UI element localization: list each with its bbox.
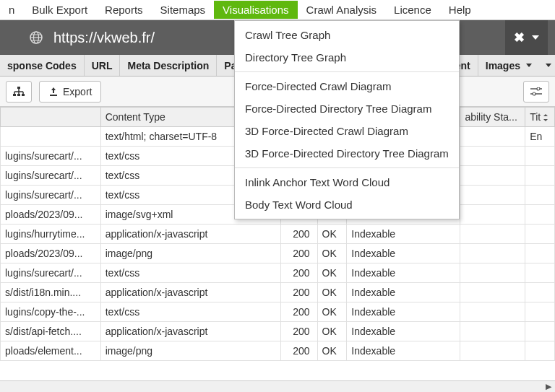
urlbar-actions: ✖ (505, 20, 548, 55)
cell-tit (525, 147, 555, 166)
svg-point-18 (533, 92, 535, 95)
cell-tit (525, 225, 555, 244)
cell-tit (525, 341, 555, 361)
table-row[interactable]: ploads/2023/09...image/png200OKIndexable (1, 244, 555, 263)
svg-rect-7 (17, 94, 20, 96)
cell-status: OK (317, 283, 347, 302)
column-header[interactable]: Tit (525, 108, 555, 127)
table-row[interactable]: lugins/hurrytime...application/x-javascr… (1, 225, 555, 244)
cell-addr (1, 127, 101, 147)
cell-addr: s/dist/i18n.min.... (1, 283, 101, 302)
menu-item-crawl-tree-graph[interactable]: Crawl Tree Graph (235, 24, 459, 46)
cell-ista (460, 263, 525, 283)
svg-rect-6 (13, 94, 16, 96)
cell-ct: application/x-javascript (100, 322, 280, 341)
menu-n[interactable]: n (0, 1, 23, 19)
menu-item-force-directed-crawl-diagram[interactable]: Force-Directed Crawl Diagram (235, 75, 459, 97)
cell-addr: lugins/surecart/... (1, 147, 101, 166)
export-button[interactable]: Export (39, 81, 101, 103)
cell-status: OK (317, 263, 347, 283)
svg-rect-14 (50, 95, 57, 96)
tab-images[interactable]: Images (478, 55, 539, 76)
svg-rect-5 (17, 87, 20, 89)
menu-licence[interactable]: Licence (385, 1, 440, 19)
cell-ista (460, 244, 525, 263)
menu-item-body-text-word-cloud[interactable]: Body Text Word Cloud (235, 193, 459, 216)
cell-idx: Indexable (347, 341, 460, 361)
menu-separator (235, 167, 459, 168)
cell-addr: s/dist/api-fetch.... (1, 322, 101, 341)
cell-status: OK (317, 341, 347, 361)
cell-ista (460, 205, 525, 225)
cell-ista (460, 283, 525, 302)
cell-status: OK (317, 225, 347, 244)
tab-url[interactable]: URL (85, 55, 121, 76)
cell-addr: lugins/surecart/... (1, 166, 101, 186)
menu-bulk-export[interactable]: Bulk Export (23, 1, 96, 19)
table-row[interactable]: s/dist/api-fetch....application/x-javasc… (1, 322, 555, 341)
menu-sitemaps[interactable]: Sitemaps (152, 1, 215, 19)
cell-status: OK (317, 302, 347, 322)
cell-tit (525, 283, 555, 302)
tabs-overflow[interactable] (539, 55, 555, 76)
menu-reports[interactable]: Reports (96, 1, 152, 19)
cell-ct: text/css (100, 302, 280, 322)
menu-item-3d-force-directed-directory-tree-diagram[interactable]: 3D Force-Directed Directory Tree Diagram (235, 142, 459, 165)
menu-item-inlink-anchor-text-word-cloud[interactable]: Inlink Anchor Text Word Cloud (235, 171, 459, 193)
cell-ct: text/css (100, 263, 280, 283)
cell-tit (525, 244, 555, 263)
menu-help[interactable]: Help (440, 1, 480, 19)
table-row[interactable]: lugins/surecart/...text/css200OKIndexabl… (1, 263, 555, 283)
column-header[interactable] (1, 108, 101, 127)
table-row[interactable]: ploads/element...image/png200OKIndexable (1, 341, 555, 361)
cell-addr: ploads/2023/09... (1, 244, 101, 263)
close-icon[interactable]: ✖ (514, 30, 525, 45)
cell-code: 200 (280, 283, 317, 302)
horizontal-scrollbar[interactable]: ▶ (0, 380, 555, 392)
export-label: Export (63, 86, 92, 97)
cell-idx: Indexable (347, 322, 460, 341)
cell-idx: Indexable (347, 263, 460, 283)
tab-sponse-codes[interactable]: sponse Codes (0, 55, 85, 76)
dropdown-caret-icon[interactable] (532, 35, 539, 40)
menu-crawl-analysis[interactable]: Crawl Analysis (298, 1, 386, 19)
cell-code: 200 (280, 263, 317, 283)
cell-addr: ploads/2023/09... (1, 205, 101, 225)
table-row[interactable]: lugins/copy-the-...text/css200OKIndexabl… (1, 302, 555, 322)
cell-ista (460, 186, 525, 205)
scroll-right-icon[interactable]: ▶ (544, 383, 552, 391)
cell-code: 200 (280, 244, 317, 263)
cell-addr: lugins/surecart/... (1, 186, 101, 205)
tree-view-button[interactable] (6, 81, 32, 103)
cell-ista (460, 147, 525, 166)
menu-visualisations[interactable]: Visualisations (214, 1, 297, 19)
chevron-down-icon (526, 64, 532, 67)
cell-ista (460, 127, 525, 147)
menu-item-3d-force-directed-crawl-diagram[interactable]: 3D Force-Directed Crawl Diagram (235, 120, 459, 142)
cell-ista (460, 302, 525, 322)
upload-icon (48, 87, 59, 97)
menu-separator (235, 71, 459, 72)
column-header[interactable]: ability Sta... (460, 108, 525, 127)
cell-status: OK (317, 322, 347, 341)
tab-meta-description[interactable]: Meta Description (120, 55, 217, 76)
cell-code: 200 (280, 341, 317, 361)
cell-ista (460, 322, 525, 341)
cell-tit (525, 263, 555, 283)
cell-ct: image/png (100, 341, 280, 361)
table-row[interactable]: s/dist/i18n.min....application/x-javascr… (1, 283, 555, 302)
cell-idx: Indexable (347, 225, 460, 244)
menu-item-force-directed-directory-tree-diagram[interactable]: Force-Directed Directory Tree Diagram (235, 97, 459, 120)
cell-code: 200 (280, 322, 317, 341)
cell-ct: image/png (100, 244, 280, 263)
filter-settings-button[interactable] (523, 81, 549, 103)
cell-ct: application/x-javascript (100, 225, 280, 244)
menu-item-directory-tree-graph[interactable]: Directory Tree Graph (235, 46, 459, 69)
cell-tit (525, 322, 555, 341)
cell-ista (460, 341, 525, 361)
chevron-down-icon (546, 64, 551, 67)
menubar: nBulk ExportReportsSitemapsVisualisation… (0, 0, 555, 20)
cell-ista (460, 166, 525, 186)
cell-addr: lugins/copy-the-... (1, 302, 101, 322)
visualisations-menu: Crawl Tree GraphDirectory Tree GraphForc… (234, 20, 460, 219)
